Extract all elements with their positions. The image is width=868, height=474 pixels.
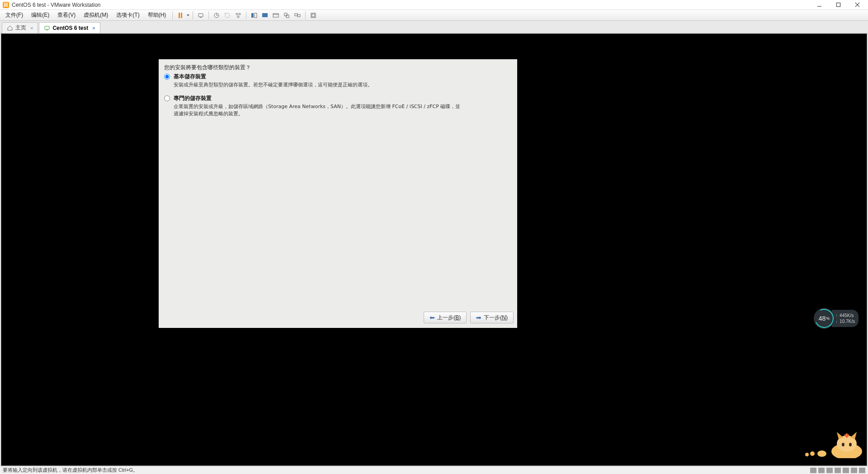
snapshot-manager-button[interactable] xyxy=(233,11,243,20)
menu-edit[interactable]: 编辑(E) xyxy=(28,10,53,20)
menu-help[interactable]: 帮助(H) xyxy=(144,10,170,20)
tab-vm[interactable]: CentOS 6 test × xyxy=(39,22,100,33)
stretch-button[interactable] xyxy=(282,11,292,20)
download-speed: 10.7K/s xyxy=(835,318,855,324)
snapshot-take-button[interactable] xyxy=(212,11,222,20)
snapshot-revert-button[interactable] xyxy=(222,11,232,20)
radio-specialized-storage[interactable] xyxy=(164,95,170,101)
library-button[interactable] xyxy=(308,11,318,20)
separator xyxy=(208,11,209,19)
arrow-left-icon: ⬅ xyxy=(429,314,435,321)
window-title: CentOS 6 test - VMware Workstation xyxy=(12,2,101,8)
svg-point-33 xyxy=(805,453,809,456)
close-button[interactable] xyxy=(852,0,863,9)
device-icon[interactable] xyxy=(859,468,865,473)
next-button-label: 下一步(N) xyxy=(484,314,508,322)
svg-point-28 xyxy=(837,436,857,452)
menu-view[interactable]: 查看(V) xyxy=(54,10,79,20)
mascot-decoration xyxy=(802,427,865,458)
svg-rect-24 xyxy=(312,14,315,17)
radio-basic-title: 基本儲存裝置 xyxy=(174,73,373,81)
show-console-button[interactable] xyxy=(249,11,259,20)
svg-rect-5 xyxy=(198,14,203,17)
separator xyxy=(193,11,193,19)
menu-vm[interactable]: 虚拟机(M) xyxy=(80,10,112,20)
unity-button[interactable] xyxy=(271,11,281,20)
menu-tabs[interactable]: 选项卡(T) xyxy=(113,10,143,20)
svg-rect-1 xyxy=(836,3,840,6)
pause-button[interactable] xyxy=(175,11,185,20)
installer-nav-buttons: ⬅ 上一步(B) ➡ 下一步(N) xyxy=(424,312,514,323)
performance-widget[interactable]: 48% 445K/s 10.7K/s xyxy=(814,308,859,329)
svg-rect-26 xyxy=(46,30,48,30)
multimonitor-button[interactable] xyxy=(292,11,302,20)
vm-display-area[interactable]: 您的安裝將要包含哪些類型的裝置？ 基本儲存裝置 安裝或升級至典型類型的儲存裝置。… xyxy=(1,33,867,466)
tab-vm-label: CentOS 6 test xyxy=(52,25,88,31)
back-button-label: 上一步(B) xyxy=(437,314,461,322)
svg-rect-22 xyxy=(297,14,300,17)
statusbar-hint: 要将输入定向到该虚拟机，请在虚拟机内部单击或按 Ctrl+G。 xyxy=(3,467,138,474)
tabbar: 主页 × CentOS 6 test × xyxy=(0,21,868,33)
menubar: 文件(F) 编辑(E) 查看(V) 虚拟机(M) 选项卡(T) 帮助(H) xyxy=(0,10,868,21)
fullscreen-button[interactable] xyxy=(260,11,270,20)
separator xyxy=(246,11,246,19)
statusbar: 要将输入定向到该虚拟机，请在虚拟机内部单击或按 Ctrl+G。 xyxy=(0,466,868,474)
radio-basic-desc: 安裝或升級至典型類型的儲存裝置。若您不確定要選擇哪個選項，這可能便是正確的選項。 xyxy=(174,81,373,88)
device-icon[interactable] xyxy=(810,468,816,473)
send-ctrl-alt-del-button[interactable] xyxy=(196,11,206,20)
svg-rect-21 xyxy=(295,14,297,16)
svg-point-12 xyxy=(239,13,241,15)
svg-point-11 xyxy=(236,13,238,15)
radio-option-basic[interactable]: 基本儲存裝置 安裝或升級至典型類型的儲存裝置。若您不確定要選擇哪個選項，這可能便… xyxy=(164,73,512,88)
svg-rect-17 xyxy=(273,14,278,17)
separator xyxy=(172,11,173,19)
device-icon[interactable] xyxy=(826,468,833,473)
net-stats: 445K/s 10.7K/s xyxy=(832,310,859,327)
tab-home[interactable]: 主页 × xyxy=(2,22,38,33)
window-controls xyxy=(814,0,865,9)
radio-option-specialized[interactable]: 專門的儲存裝置 企業裝置的安裝或升級，如儲存區域網路（Storage Area … xyxy=(164,95,512,117)
maximize-button[interactable] xyxy=(833,0,844,9)
device-icon[interactable] xyxy=(835,468,841,473)
device-icon[interactable] xyxy=(851,468,857,473)
close-icon[interactable]: × xyxy=(30,25,33,31)
svg-rect-20 xyxy=(286,15,289,18)
svg-rect-14 xyxy=(251,13,254,18)
next-button[interactable]: ➡ 下一步(N) xyxy=(470,312,514,323)
svg-point-27 xyxy=(831,443,862,458)
svg-point-13 xyxy=(237,16,239,18)
device-icon[interactable] xyxy=(843,468,849,473)
device-icon[interactable] xyxy=(818,468,825,473)
power-dropdown[interactable] xyxy=(186,11,190,20)
tab-home-label: 主页 xyxy=(15,24,26,32)
radio-specialized-desc: 企業裝置的安裝或升級，如儲存區域網路（Storage Area Networks… xyxy=(174,103,463,117)
back-button[interactable]: ⬅ 上一步(B) xyxy=(424,312,467,323)
menu-file[interactable]: 文件(F) xyxy=(2,10,27,20)
installer-question: 您的安裝將要包含哪些類型的裝置？ xyxy=(164,64,251,71)
window-titlebar: 回 CentOS 6 test - VMware Workstation xyxy=(0,0,868,10)
radio-basic-storage[interactable] xyxy=(164,74,170,80)
vm-icon xyxy=(44,25,50,31)
svg-point-31 xyxy=(817,450,826,457)
status-device-icons xyxy=(810,468,865,473)
separator xyxy=(305,11,306,19)
svg-point-32 xyxy=(810,451,815,456)
arrow-right-icon: ➡ xyxy=(476,314,481,321)
svg-marker-4 xyxy=(187,14,189,16)
upload-speed: 445K/s xyxy=(835,313,855,318)
svg-rect-25 xyxy=(45,26,49,29)
svg-rect-16 xyxy=(262,13,268,17)
svg-point-29 xyxy=(842,443,844,446)
percent-suffix: % xyxy=(826,316,830,321)
close-icon[interactable]: × xyxy=(92,25,95,31)
minimize-button[interactable] xyxy=(814,0,825,9)
radio-specialized-title: 專門的儲存裝置 xyxy=(174,95,463,102)
svg-rect-19 xyxy=(284,13,287,16)
app-icon: 回 xyxy=(3,2,9,8)
cpu-ring: 48% xyxy=(814,308,835,329)
installer-window: 您的安裝將要包含哪些類型的裝置？ 基本儲存裝置 安裝或升級至典型類型的儲存裝置。… xyxy=(159,59,517,328)
svg-rect-15 xyxy=(255,13,257,18)
storage-radio-group: 基本儲存裝置 安裝或升級至典型類型的儲存裝置。若您不確定要選擇哪個選項，這可能便… xyxy=(164,73,512,123)
cpu-percent: 48 xyxy=(819,315,826,322)
home-icon xyxy=(7,25,13,31)
